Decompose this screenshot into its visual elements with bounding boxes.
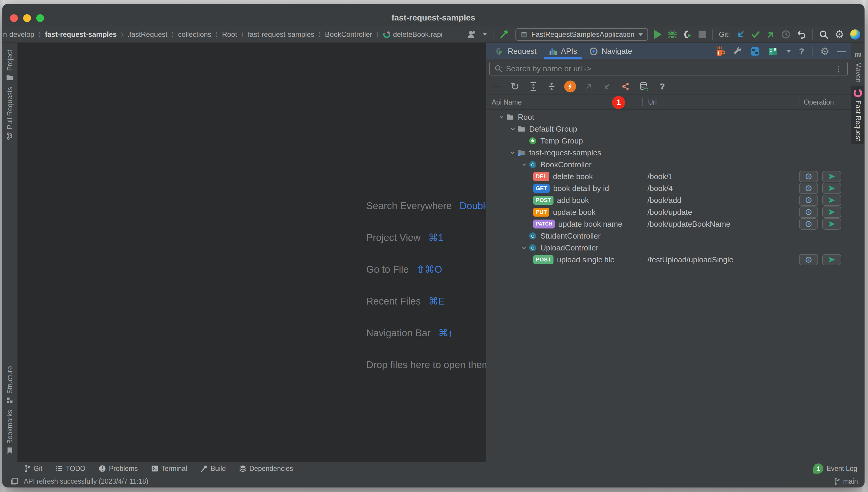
navigate-to-api-button[interactable] [799, 195, 818, 206]
hide-panel-button[interactable]: — [837, 47, 846, 56]
api-endpoint-row[interactable]: GET book detail by id /book/4 [486, 182, 851, 194]
search-input[interactable] [506, 64, 831, 73]
toolwindow-todo[interactable]: TODO [55, 465, 85, 473]
search-everywhere-button[interactable] [819, 29, 829, 40]
navigate-to-api-button[interactable] [799, 218, 818, 230]
sync-database-icon[interactable] [638, 80, 650, 92]
tree-node-controller[interactable]: C BookController [486, 159, 851, 171]
docs-book-icon[interactable] [768, 47, 778, 56]
filter-toggle-icon[interactable] [564, 80, 576, 92]
column-header-url[interactable]: Url [642, 98, 798, 106]
navigate-to-api-button[interactable] [799, 206, 818, 218]
import-icon[interactable] [601, 80, 613, 92]
event-log-button[interactable]: 1 Event Log [813, 464, 857, 473]
navigate-to-api-button[interactable] [799, 254, 818, 265]
sidebar-item-structure[interactable]: Structure [2, 363, 17, 407]
code-with-me-icon[interactable] [850, 29, 860, 40]
tree-node-controller[interactable]: C StudentController [486, 230, 851, 242]
coverage-button[interactable] [683, 30, 693, 39]
send-request-button[interactable] [822, 218, 841, 230]
git-commit-button[interactable] [751, 30, 761, 39]
chevron-down-icon[interactable] [498, 114, 506, 120]
history-button[interactable] [781, 30, 791, 39]
search-options-icon[interactable]: ⋮ [834, 64, 843, 74]
toolwindow-toggle-icon[interactable] [10, 477, 19, 486]
help-icon[interactable]: ? [799, 47, 804, 56]
breadcrumb-item[interactable]: .fastRequest [127, 30, 167, 39]
api-search-field[interactable]: ⋮ [489, 62, 848, 75]
api-endpoint-row[interactable]: POST add book /book/add [486, 194, 851, 206]
git-branch-widget[interactable]: main [834, 477, 858, 486]
breadcrumb-item-file[interactable]: deleteBook.rapi [383, 30, 443, 39]
column-header-operation[interactable]: Operation [798, 98, 851, 106]
zoom-button[interactable] [36, 14, 44, 22]
gear-icon[interactable]: ⚙ [820, 46, 829, 56]
coffee-icon[interactable] [715, 46, 725, 57]
git-push-button[interactable] [766, 30, 775, 39]
api-url: /testUpload/uploadSingle [647, 255, 733, 265]
tab-navigate[interactable]: Navigate [583, 43, 638, 59]
api-endpoint-row[interactable]: PATCH update book name /book/updateBookN… [486, 218, 851, 230]
debug-button[interactable] [668, 30, 677, 39]
refresh-icon[interactable]: ↻ [509, 80, 521, 92]
sidebar-item-fast-request[interactable]: Fast Request [851, 85, 864, 144]
expand-all-icon[interactable] [527, 80, 539, 92]
breadcrumb-item[interactable]: fast-request-samples [45, 30, 117, 39]
api-endpoint-row[interactable]: DEL delete book /book/1 [486, 171, 851, 182]
breadcrumb-item[interactable]: BookController [325, 30, 372, 39]
send-request-button[interactable] [822, 195, 841, 206]
stop-button[interactable] [699, 31, 706, 38]
navigate-to-api-button[interactable] [799, 183, 818, 194]
rollback-button[interactable] [797, 30, 806, 39]
export-icon[interactable] [583, 80, 595, 92]
sidebar-item-project[interactable]: Project [2, 47, 17, 84]
toolwindow-problems[interactable]: Problems [98, 465, 138, 473]
breadcrumb-item[interactable]: fast-request-samples [248, 30, 314, 39]
tab-request[interactable]: Request [489, 43, 542, 59]
send-request-button[interactable] [822, 206, 841, 218]
api-endpoint-row[interactable]: POST upload single file /testUpload/uplo… [486, 254, 851, 266]
sidebar-item-pull-requests[interactable]: Pull Requests [2, 84, 17, 143]
toolwindow-git[interactable]: Git [24, 465, 42, 473]
send-request-button[interactable] [822, 254, 841, 265]
toolwindow-dependencies[interactable]: Dependencies [239, 465, 293, 473]
collapse-all-icon[interactable] [546, 80, 558, 92]
share-icon[interactable] [620, 80, 631, 92]
build-hammer-icon[interactable] [499, 29, 509, 40]
user-icon[interactable] [467, 30, 477, 39]
minimize-button[interactable] [23, 14, 31, 22]
chevron-down-icon[interactable] [483, 33, 487, 36]
toolwindow-build[interactable]: Build [200, 465, 226, 473]
chevron-down-icon[interactable] [786, 50, 791, 53]
wrench-icon[interactable] [733, 47, 742, 56]
send-request-button[interactable] [822, 183, 841, 194]
chevron-down-icon[interactable] [509, 149, 517, 156]
navigate-to-api-button[interactable] [799, 171, 818, 182]
send-request-button[interactable] [822, 171, 841, 182]
breadcrumb-item[interactable]: n-develop [3, 30, 34, 39]
expand-window-icon[interactable] [750, 46, 760, 56]
chevron-down-icon[interactable] [521, 245, 529, 251]
help-icon[interactable]: ? [656, 80, 668, 92]
editor-area[interactable]: Search Everywhere Double ⇧ Project View … [18, 43, 486, 462]
api-endpoint-row[interactable]: PUT update book /book/update [486, 206, 851, 218]
tree-node-module[interactable]: fast-request-samples [486, 147, 851, 159]
tree-node-controller[interactable]: C UploadController [486, 242, 851, 254]
settings-button[interactable]: ⚙ [835, 29, 844, 40]
chevron-down-icon[interactable] [521, 161, 529, 168]
tree-node-root[interactable]: Root [486, 111, 851, 123]
chevron-down-icon[interactable] [509, 126, 517, 132]
git-update-button[interactable] [736, 30, 745, 39]
tree-node-group[interactable]: Temp Group [486, 135, 851, 147]
close-button[interactable] [10, 14, 18, 22]
run-config-selector[interactable]: FastRequestSamplesApplication [515, 28, 648, 41]
toolwindow-terminal[interactable]: Terminal [151, 465, 187, 473]
tree-node-group[interactable]: Default Group [486, 123, 851, 135]
sidebar-item-maven[interactable]: m Maven [851, 46, 864, 85]
remove-icon[interactable]: — [490, 80, 502, 92]
breadcrumb-item[interactable]: collections [178, 30, 211, 39]
sidebar-item-bookmarks[interactable]: Bookmarks [2, 407, 17, 458]
breadcrumb-item[interactable]: Root [222, 30, 237, 39]
tab-apis[interactable]: APIs [542, 43, 583, 59]
run-button[interactable] [654, 30, 662, 39]
